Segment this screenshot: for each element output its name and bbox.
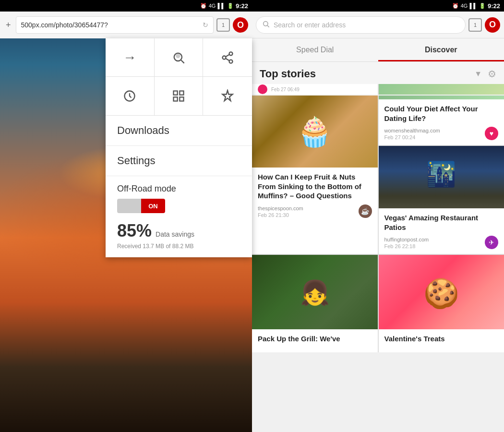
top-stories-title: Top stories [260, 68, 316, 80]
add-tab-button[interactable]: + [4, 18, 13, 32]
muffin-source: thespicespoon.com [258, 205, 303, 211]
news-grid: How Can I Keep Fruit & Nuts From Sinking… [252, 96, 504, 352]
bookmarks-button[interactable] [203, 77, 252, 115]
vegas-image [379, 146, 504, 208]
vegas-meta: huffingtonpost.com Feb 26 22:18 ✈ [384, 236, 499, 249]
valentine-title: Valentine's Treats [384, 334, 499, 344]
muffin-title: How Can I Keep Fruit & Nuts From Sinking… [258, 172, 372, 201]
partial-avatar [258, 84, 267, 94]
right-time: 9:22 [488, 2, 500, 10]
news-card-valentine[interactable]: Valentine's Treats [379, 255, 504, 352]
off-road-toggle[interactable]: ON [117, 199, 240, 213]
header-controls: ▼ ⚙ [474, 68, 496, 80]
4g-icon: 4G [209, 3, 216, 9]
muffin-image [252, 96, 378, 168]
grill-body: Pack Up the Grill: We've [252, 329, 378, 352]
right-status-bar: ⏰ 4G ▌▌ 🔋 9:22 [252, 0, 504, 12]
vegas-title: Vegas' Amazing Restaurant Patios [384, 213, 499, 232]
right-4g-icon: 4G [461, 3, 468, 9]
diet-source-info: womenshealthmag.com Feb 27 00:24 [384, 128, 440, 140]
vegas-source-info: huffingtonpost.com Feb 26 22:18 [384, 237, 429, 249]
svg-point-2 [176, 54, 180, 58]
muffin-source-info: thespicespoon.com Feb 26 21:30 [258, 205, 303, 218]
settings-menu-item[interactable]: Settings [106, 146, 252, 176]
svg-point-13 [264, 21, 268, 25]
left-status-bar: ⏰ 4G ▌▌ 🔋 9:22 [0, 0, 252, 12]
diet-title: Could Your Diet Affect Your Dating Life? [384, 104, 499, 123]
muffin-source-icon: ☕ [359, 204, 372, 218]
svg-rect-10 [180, 91, 183, 95]
left-panel: ⏰ 4G ▌▌ 🔋 9:22 + 500px.com/photo/3065447… [0, 0, 252, 432]
refresh-icon[interactable]: ↻ [203, 21, 208, 29]
news-card-muffins[interactable]: How Can I Keep Fruit & Nuts From Sinking… [252, 96, 378, 254]
signal-icon: ▌▌ [217, 3, 225, 9]
menu-icons-grid: → [106, 38, 252, 116]
grill-title: Pack Up the Grill: We've [258, 334, 372, 344]
dropdown-menu: → [106, 38, 252, 257]
valentine-image [379, 255, 504, 329]
svg-rect-11 [173, 97, 177, 101]
search-placeholder: Search or enter address [274, 21, 346, 29]
svg-line-14 [267, 25, 269, 27]
off-road-label: Off-Road mode [117, 184, 240, 194]
right-alarm-icon: ⏰ [452, 3, 459, 9]
left-time: 9:22 [236, 2, 248, 10]
muffin-time: Feb 26 21:30 [258, 212, 303, 218]
partial-card-left: Feb 27 06:49 [252, 84, 378, 95]
diet-time: Feb 27 00:24 [384, 134, 440, 140]
partial-top-row: Feb 27 06:49 [252, 84, 504, 95]
savings-percent: 85% [117, 221, 152, 241]
valentine-body: Valentine's Treats [379, 329, 504, 352]
right-column: Could Your Diet Affect Your Dating Life?… [379, 96, 504, 254]
settings-icon[interactable]: ⚙ [488, 68, 496, 80]
opera-logo[interactable]: O [233, 17, 248, 33]
svg-point-5 [229, 60, 233, 63]
right-tab-switcher[interactable]: 1 [468, 18, 482, 32]
search-bar[interactable]: Search or enter address [256, 16, 466, 34]
partial-date: Feb 27 06:49 [271, 87, 300, 92]
news-card-grill[interactable]: Pack Up the Grill: We've [252, 255, 378, 352]
toggle-off-part [117, 199, 141, 213]
vegas-time: Feb 26 22:18 [384, 243, 429, 249]
data-received: Received 13.7 MB of 88.2 MB [117, 243, 240, 250]
svg-point-3 [229, 52, 233, 55]
share-button[interactable] [203, 38, 252, 77]
news-card-vegas[interactable]: Vegas' Amazing Restaurant Patios huffing… [379, 146, 504, 254]
news-card-diet[interactable]: Could Your Diet Affect Your Dating Life?… [379, 96, 504, 145]
right-opera-logo[interactable]: O [485, 17, 500, 33]
tab-count: 1 [222, 22, 225, 28]
search-icon [262, 20, 270, 30]
savings-label: Data savings [156, 230, 194, 238]
url-text: 500px.com/photo/30654477? [21, 21, 108, 29]
off-road-section: Off-Road mode ON 85% Data savings Receiv… [106, 176, 252, 257]
grill-image [252, 255, 378, 329]
diet-meta: womenshealthmag.com Feb 27 00:24 ♥ [384, 127, 499, 140]
news-content: Top stories ▼ ⚙ Feb 27 06:49 How Can I K… [252, 62, 504, 432]
vegas-body: Vegas' Amazing Restaurant Patios huffing… [379, 208, 504, 254]
top-stories-header: Top stories ▼ ⚙ [252, 62, 504, 84]
tabs-bar: Speed Dial Discover [252, 38, 504, 62]
partial-card-right [379, 84, 504, 95]
search-button[interactable] [155, 38, 204, 77]
tab-switcher-button[interactable]: 1 [216, 18, 230, 32]
right-tab-count: 1 [474, 22, 477, 28]
forward-button[interactable]: → [106, 38, 155, 77]
svg-rect-12 [180, 97, 183, 101]
diet-body: Could Your Diet Affect Your Dating Life?… [379, 99, 504, 145]
diet-source: womenshealthmag.com [384, 128, 440, 133]
toggle-on-part: ON [141, 199, 165, 213]
data-savings-display: 85% Data savings [117, 221, 240, 241]
downloads-menu-item[interactable]: Downloads [106, 116, 252, 146]
tabs-button[interactable] [155, 77, 204, 115]
collapse-icon[interactable]: ▼ [474, 70, 482, 78]
history-button[interactable] [106, 77, 155, 115]
alarm-icon: ⏰ [200, 3, 207, 9]
svg-rect-9 [173, 91, 177, 95]
tab-discover[interactable]: Discover [378, 38, 504, 61]
svg-line-6 [226, 58, 229, 60]
right-panel: ⏰ 4G ▌▌ 🔋 9:22 Search or enter address 1… [252, 0, 504, 432]
battery-icon: 🔋 [227, 3, 234, 9]
vegas-source: huffingtonpost.com [384, 237, 429, 242]
tab-speed-dial[interactable]: Speed Dial [252, 38, 378, 61]
url-bar[interactable]: 500px.com/photo/30654477? ↻ [16, 16, 214, 34]
